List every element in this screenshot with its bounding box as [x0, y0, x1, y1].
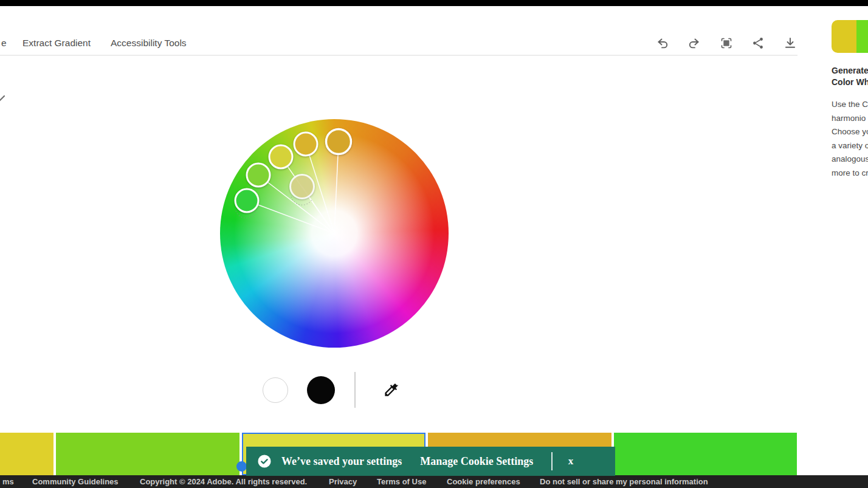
- side-panel-text-line: analogous: [832, 153, 868, 167]
- side-panel-description: Use the Co harmonio Choose yo a variety …: [832, 98, 868, 180]
- download-icon: [783, 36, 797, 50]
- nav-divider: [0, 55, 797, 56]
- footer-link-privacy[interactable]: Privacy: [329, 475, 357, 488]
- manage-cookie-settings-link[interactable]: Manage Cookie Settings: [420, 455, 533, 468]
- wheel-handle-light-green[interactable]: [247, 163, 270, 187]
- side-panel-heading-line1: Generate: [832, 65, 868, 77]
- side-panel-text-line: harmonio: [832, 112, 868, 126]
- undo-icon: [656, 36, 670, 50]
- check-circle-icon: [258, 455, 271, 468]
- share-button[interactable]: [751, 36, 765, 50]
- cookie-banner-message: We’ve saved your settings: [281, 455, 402, 468]
- footer-link-do-not-sell[interactable]: Do not sell or share my personal informa…: [540, 475, 708, 488]
- swatch-bright-green[interactable]: [614, 433, 797, 475]
- tab-extract-gradient[interactable]: Extract Gradient: [22, 38, 91, 49]
- wheel-handle-green[interactable]: [235, 189, 258, 212]
- top-black-bar: [0, 0, 868, 6]
- footer-copyright: Copyright © 2024 Adobe. All rights reser…: [140, 475, 307, 488]
- side-panel-heading: Generate Color Whe: [832, 65, 868, 88]
- screenshot-icon: [719, 36, 734, 50]
- tab-extract-theme-clipped[interactable]: e: [1, 38, 7, 49]
- swatch-yellow[interactable]: [0, 433, 53, 475]
- eyedropper-button[interactable]: [383, 382, 399, 398]
- selected-swatch-badge[interactable]: [236, 461, 247, 472]
- side-panel-text-line: more to cr: [832, 167, 868, 180]
- cookie-banner-close-button[interactable]: x: [568, 455, 574, 467]
- footer: ms Community Guidelines Copyright © 2024…: [0, 475, 868, 488]
- controls-divider: [354, 372, 356, 408]
- theme-preview-card[interactable]: [832, 20, 868, 53]
- theme-preview-green: [856, 20, 868, 53]
- side-panel-text-line: Choose yo: [832, 125, 868, 139]
- undo-button[interactable]: [656, 36, 670, 50]
- side-panel-text-line: Use the Co: [832, 98, 868, 112]
- theme-preview-yellow: [832, 20, 856, 53]
- swatch-green[interactable]: [56, 433, 239, 475]
- adobe-color-app: e Extract Gradient Accessibility Tools: [0, 0, 868, 488]
- banner-divider: [551, 452, 553, 470]
- chevron-down-icon[interactable]: [0, 93, 9, 108]
- redo-button[interactable]: [686, 36, 701, 50]
- redo-icon: [686, 36, 701, 50]
- wheel-handle-gold-main[interactable]: [326, 129, 351, 154]
- footer-link-cookie-preferences[interactable]: Cookie preferences: [447, 475, 520, 488]
- share-icon: [751, 36, 765, 50]
- brightness-dark-button[interactable]: [307, 376, 335, 404]
- screenshot-button[interactable]: [719, 36, 734, 50]
- wheel-handle-yellow-green[interactable]: [269, 145, 292, 168]
- wheel-handle-yellow-gold[interactable]: [294, 132, 317, 156]
- footer-link-terms-of-use[interactable]: Terms of Use: [377, 475, 426, 488]
- brightness-light-button[interactable]: [263, 377, 288, 403]
- cookie-banner: We’ve saved your settings Manage Cookie …: [246, 447, 615, 476]
- download-button[interactable]: [783, 36, 797, 50]
- footer-link-community-guidelines[interactable]: Community Guidelines: [32, 475, 119, 488]
- tab-accessibility-tools[interactable]: Accessibility Tools: [111, 38, 187, 49]
- wheel-handle-pale-yellow[interactable]: [291, 175, 314, 199]
- eyedropper-icon: [385, 383, 398, 396]
- side-panel-text-line: a variety o: [832, 139, 868, 153]
- side-panel-heading-line2: Color Whe: [832, 77, 868, 88]
- top-navigation: e Extract Gradient Accessibility Tools: [0, 6, 868, 55]
- footer-link-forums-clipped[interactable]: ms: [2, 475, 14, 488]
